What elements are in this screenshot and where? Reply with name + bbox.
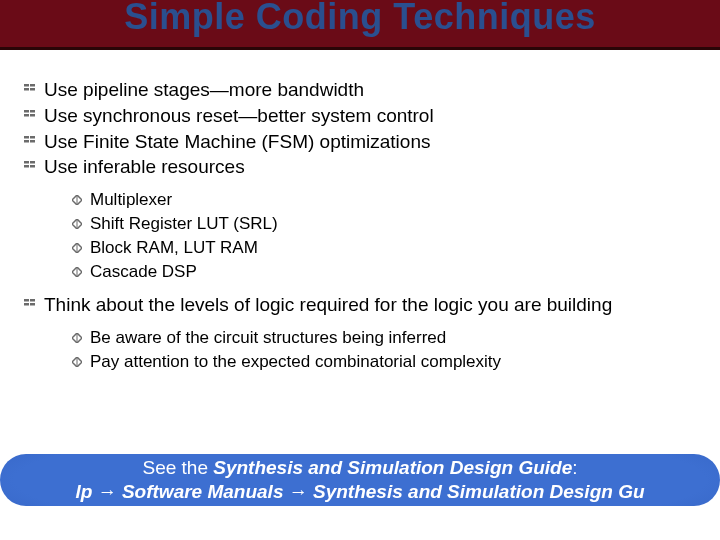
bullet-text: Use inferable resources	[44, 155, 245, 179]
sub-group: Be aware of the circuit structures being…	[72, 327, 696, 373]
bullet-text: Use pipeline stages—more bandwidth	[44, 78, 364, 102]
bullet-item: Use Finite State Machine (FSM) optimizat…	[24, 130, 696, 154]
bullet-text: Use synchronous reset—better system cont…	[44, 104, 434, 128]
sub-bullet-item: Be aware of the circuit structures being…	[72, 327, 696, 349]
sub-bullet-text: Pay attention to the expected combinator…	[90, 351, 501, 373]
bullet-text: Use Finite State Machine (FSM) optimizat…	[44, 130, 430, 154]
diamond-bullet-icon	[72, 213, 82, 235]
sub-bullet-item: Cascade DSP	[72, 261, 696, 283]
sub-bullet-item: Shift Register LUT (SRL)	[72, 213, 696, 235]
slide-title: Simple Coding Techniques	[0, 0, 720, 38]
svg-rect-5	[30, 110, 35, 113]
bullet-text: Think about the levels of logic required…	[44, 293, 612, 317]
diamond-bullet-icon	[72, 237, 82, 259]
sub-bullet-item: Block RAM, LUT RAM	[72, 237, 696, 259]
footer-em: lp	[75, 481, 97, 502]
slide: Simple Coding Techniques Use pipeline st…	[0, 0, 720, 540]
footer-em: Synthesis and Simulation Design Guide	[213, 457, 572, 478]
footer-line-2: lp → Software Manuals → Synthesis and Si…	[0, 480, 720, 504]
title-band: Simple Coding Techniques	[0, 0, 720, 50]
footer-text: :	[572, 457, 577, 478]
svg-rect-4	[24, 110, 29, 113]
footer-text: See the	[142, 457, 213, 478]
svg-rect-12	[24, 161, 29, 164]
diamond-bullet-icon	[72, 261, 82, 283]
svg-rect-10	[24, 140, 29, 143]
sub-bullet-text: Be aware of the circuit structures being…	[90, 327, 446, 349]
diamond-bullet-icon	[72, 351, 82, 373]
svg-rect-2	[24, 88, 29, 91]
sub-bullet-text: Block RAM, LUT RAM	[90, 237, 258, 259]
svg-rect-8	[24, 136, 29, 139]
arrow-icon: →	[289, 481, 308, 502]
diamond-bullet-icon	[72, 327, 82, 349]
svg-rect-13	[30, 161, 35, 164]
svg-rect-9	[30, 136, 35, 139]
grid-bullet-icon	[24, 293, 36, 317]
footer-em: Software Manuals	[117, 481, 289, 502]
grid-bullet-icon	[24, 130, 36, 154]
sub-bullet-text: Multiplexer	[90, 189, 172, 211]
grid-bullet-icon	[24, 104, 36, 128]
footer-line-1: See the Synthesis and Simulation Design …	[0, 456, 720, 480]
sub-bullet-item: Multiplexer	[72, 189, 696, 211]
sub-bullet-text: Cascade DSP	[90, 261, 197, 283]
footer-callout: See the Synthesis and Simulation Design …	[0, 454, 720, 506]
svg-rect-26	[24, 303, 29, 306]
sub-bullet-text: Shift Register LUT (SRL)	[90, 213, 278, 235]
sub-bullet-item: Pay attention to the expected combinator…	[72, 351, 696, 373]
diamond-bullet-icon	[72, 189, 82, 211]
bullet-item: Use inferable resources	[24, 155, 696, 179]
svg-rect-11	[30, 140, 35, 143]
footer-em: Synthesis and Simulation Design Gu	[308, 481, 645, 502]
bullet-item: Use pipeline stages—more bandwidth	[24, 78, 696, 102]
content-area: Use pipeline stages—more bandwidth Use s…	[0, 50, 720, 373]
svg-rect-24	[24, 299, 29, 302]
svg-rect-0	[24, 84, 29, 87]
svg-rect-6	[24, 114, 29, 117]
arrow-icon: →	[98, 481, 117, 502]
svg-rect-25	[30, 299, 35, 302]
svg-rect-7	[30, 114, 35, 117]
grid-bullet-icon	[24, 78, 36, 102]
svg-rect-14	[24, 165, 29, 168]
sub-group: Multiplexer Shift Register LUT (SRL) Blo…	[72, 189, 696, 283]
svg-rect-27	[30, 303, 35, 306]
svg-rect-15	[30, 165, 35, 168]
svg-rect-1	[30, 84, 35, 87]
grid-bullet-icon	[24, 155, 36, 179]
svg-rect-3	[30, 88, 35, 91]
bullet-item: Think about the levels of logic required…	[24, 293, 696, 317]
bullet-item: Use synchronous reset—better system cont…	[24, 104, 696, 128]
